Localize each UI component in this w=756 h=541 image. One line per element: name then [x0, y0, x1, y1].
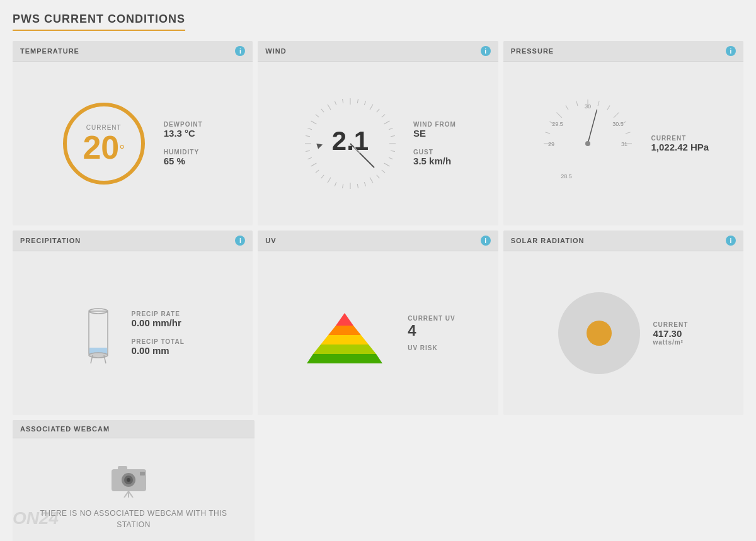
svg-line-25 — [307, 157, 312, 159]
svg-marker-38 — [314, 141, 323, 149]
svg-line-34 — [335, 101, 336, 105]
svg-marker-68 — [313, 345, 376, 354]
temperature-card-header: TEMPERATURE i — [13, 41, 253, 62]
svg-rect-76 — [118, 466, 127, 470]
solar-info-icon[interactable]: i — [726, 236, 736, 246]
webcam-title: ASSOCIATED WEBCAM — [20, 425, 110, 433]
dewpoint-value: 13.3 °C — [164, 128, 203, 139]
svg-line-48 — [607, 105, 610, 110]
svg-line-32 — [321, 109, 324, 112]
temperature-title: TEMPERATURE — [20, 47, 79, 55]
svg-line-22 — [321, 175, 324, 178]
svg-marker-70 — [328, 326, 361, 335]
uv-info-icon[interactable]: i — [481, 236, 491, 246]
precip-total-label: PRECIP TOTAL — [132, 338, 185, 345]
temp-value-display: 20° — [83, 131, 125, 164]
uv-card: UV i CURR — [258, 231, 498, 415]
dewpoint-detail: DEWPOINT 13.3 °C — [164, 121, 203, 139]
wind-card: WIND i — [258, 41, 498, 225]
wind-body: 2.1 WIND FROM SE GUST 3.5 km/h — [258, 62, 498, 225]
svg-line-45 — [576, 101, 578, 106]
webcam-card: ASSOCIATED WEBCAM THERE IS NO ASSOCIA — [13, 420, 255, 541]
solar-card: SOLAR RADIATION i CURRENT 417.30 watts/m… — [503, 231, 743, 415]
svg-text:28.5: 28.5 — [561, 173, 573, 179]
temperature-body: CURRENT 20° DEWPOINT 13.3 °C HUMIDITY 65… — [13, 62, 253, 225]
webcam-icon — [108, 460, 159, 498]
uv-body: CURRENT UV 4 UV RISK — [258, 251, 498, 415]
svg-line-51 — [626, 132, 631, 134]
humidity-detail: HUMIDITY 65 % — [164, 149, 203, 166]
svg-line-13 — [382, 170, 385, 173]
svg-point-60 — [585, 141, 590, 146]
svg-marker-71 — [336, 313, 353, 326]
svg-line-20 — [335, 182, 336, 186]
wind-gust-detail: GUST 3.5 km/h — [413, 149, 456, 166]
svg-line-2 — [364, 101, 365, 105]
wind-gauge: 2.1 — [300, 93, 401, 194]
wind-from-label: WIND FROM — [413, 121, 456, 128]
svg-rect-77 — [140, 472, 145, 476]
pressure-gauge-svg: 29 29.5 30 30.5 31 28.5 — [537, 93, 638, 194]
svg-line-29 — [307, 128, 312, 129]
solar-current-label: CURRENT — [653, 321, 688, 328]
wind-card-header: WIND i — [258, 41, 498, 62]
page-title: PWS CURRENT CONDITIONS — [13, 13, 185, 31]
solar-value: 417.30 — [653, 328, 688, 339]
solar-unit: watts/m² — [653, 339, 688, 346]
svg-line-59 — [588, 110, 597, 144]
pressure-value: 1,022.42 HPa — [651, 142, 709, 152]
svg-line-33 — [328, 105, 331, 110]
svg-line-14 — [377, 175, 379, 178]
svg-line-16 — [364, 182, 365, 186]
temp-details: DEWPOINT 13.3 °C HUMIDITY 65 % — [164, 121, 203, 166]
humidity-label: HUMIDITY — [164, 149, 203, 156]
uv-risk-label: UV RISK — [408, 345, 455, 351]
svg-line-21 — [328, 178, 331, 183]
svg-line-8 — [391, 135, 395, 136]
rain-gauge-visual — [81, 308, 113, 358]
wind-gauge-svg: 2.1 — [300, 93, 401, 194]
precipitation-info-icon[interactable]: i — [235, 236, 245, 246]
humidity-value: 65 % — [164, 156, 203, 166]
wind-info-icon[interactable]: i — [481, 46, 491, 56]
pressure-card: PRESSURE i — [503, 41, 743, 225]
svg-line-80 — [129, 491, 133, 498]
temp-unit: ° — [119, 142, 125, 157]
empty-space — [260, 420, 743, 541]
svg-line-49 — [614, 113, 619, 118]
svg-line-17 — [357, 184, 358, 188]
pressure-info-icon[interactable]: i — [726, 46, 736, 56]
uv-title: UV — [265, 237, 276, 244]
wind-gust-value: 3.5 km/h — [413, 156, 456, 166]
rain-gauge-svg — [81, 308, 116, 365]
temperature-card: TEMPERATURE i CURRENT 20° DEWPOINT 13.3 … — [13, 41, 253, 225]
precipitation-body: PRECIP RATE 0.00 mm/hr PRECIP TOTAL 0.00… — [13, 251, 253, 415]
pressure-card-header: PRESSURE i — [503, 41, 743, 62]
uv-pyramid-svg — [301, 294, 389, 370]
svg-line-6 — [384, 121, 390, 124]
uv-value: 4 — [408, 322, 455, 339]
svg-line-41 — [546, 132, 551, 134]
solar-card-header: SOLAR RADIATION i — [503, 231, 743, 251]
wind-gust-label: GUST — [413, 149, 456, 156]
precip-rate-value: 0.00 mm/hr — [132, 317, 185, 328]
uv-current-label: CURRENT UV — [408, 315, 455, 322]
svg-text:29.5: 29.5 — [553, 121, 564, 127]
svg-line-26 — [306, 151, 310, 151]
svg-line-43 — [557, 113, 562, 118]
solar-details: CURRENT 417.30 watts/m² — [653, 321, 688, 346]
svg-marker-67 — [307, 354, 382, 363]
svg-text:30: 30 — [585, 103, 591, 110]
svg-line-23 — [316, 170, 319, 173]
svg-line-47 — [598, 101, 599, 106]
svg-point-64 — [89, 353, 108, 358]
svg-text:30.5: 30.5 — [613, 121, 624, 127]
temperature-gauge: CURRENT 20° — [63, 103, 145, 185]
webcam-card-header: ASSOCIATED WEBCAM — [13, 420, 255, 438]
second-row-grid: PRECIPITATION i — [13, 231, 743, 415]
svg-line-15 — [370, 178, 373, 183]
svg-line-12 — [384, 163, 390, 166]
pressure-body: 29 29.5 30 30.5 31 28.5 CURRENT 1,022.42… — [503, 62, 743, 225]
svg-line-35 — [343, 99, 343, 103]
temperature-info-icon[interactable]: i — [235, 46, 245, 56]
